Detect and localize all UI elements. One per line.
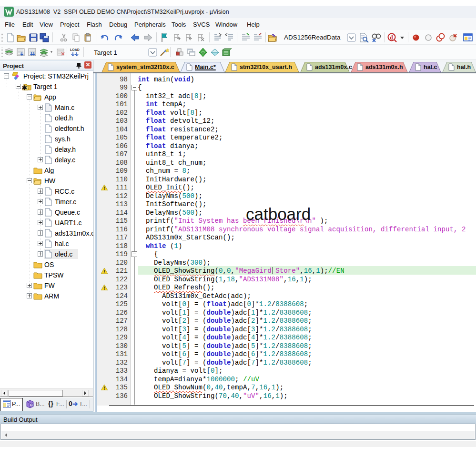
svg-text:d: d [390, 34, 393, 41]
svg-text:LOAD: LOAD [70, 48, 80, 51]
svg-text:?: ? [31, 403, 33, 407]
svg-text:✱: ✱ [22, 84, 27, 90]
